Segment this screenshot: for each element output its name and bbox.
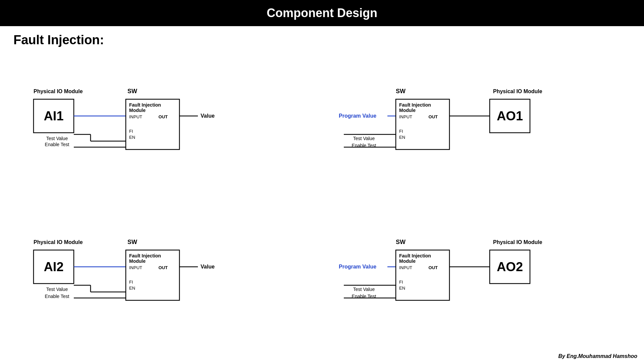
fi-title2-ao1: Module	[399, 108, 416, 113]
fi-title2-ai1: Module	[129, 108, 146, 113]
prog-value-label-ao2: Program Value	[339, 264, 376, 269]
fi-fi-ai2: FI	[129, 280, 133, 285]
fi-title1-ai2: Fault Injection	[129, 253, 161, 258]
fi-fi-ao1: FI	[399, 129, 403, 134]
diagram-ai1: Physical IO Module SW AI1 Fault Injectio…	[10, 51, 322, 201]
fi-input-ai2: INPUT	[129, 265, 142, 270]
prog-value-label-ao1: Program Value	[339, 113, 376, 119]
enable-test-label-ai1: Enable Test	[45, 142, 69, 147]
fi-fi-ai1: FI	[129, 129, 133, 134]
io-name-ao1: AO1	[497, 109, 523, 123]
sw-label-ao1: SW	[396, 88, 406, 95]
diagram-ai2: Physical IO Module SW AI2 Fault Injectio…	[10, 201, 322, 352]
phy-label-ai2: Physical IO Module	[34, 239, 83, 245]
value-label-ai2: Value	[201, 264, 215, 269]
header-title: Component Design	[267, 6, 377, 20]
io-name-ai1: AI1	[44, 109, 63, 123]
phy-label-ao2: Physical IO Module	[493, 239, 542, 245]
io-name-ai2: AI2	[44, 260, 63, 274]
fi-fi-ao2: FI	[399, 280, 403, 285]
io-name-ao2: AO2	[497, 260, 523, 274]
fi-out-ai1: OUT	[159, 114, 168, 119]
fi-title2-ai2: Module	[129, 258, 146, 264]
fi-out-ao2: OUT	[429, 265, 438, 270]
fi-out-ai2: OUT	[159, 265, 168, 270]
fi-title1-ai1: Fault Injection	[129, 102, 161, 108]
sw-label-ao2: SW	[396, 239, 406, 245]
page-header: Component Design	[0, 0, 644, 26]
sw-label-ai2: SW	[127, 239, 137, 245]
fi-en-ao1: EN	[399, 135, 405, 140]
value-label-ai1: Value	[201, 113, 215, 119]
fi-en-ai2: EN	[129, 286, 135, 291]
fi-out-ao1: OUT	[429, 114, 438, 119]
test-value-label-ao2: Test Value	[353, 287, 375, 292]
test-value-label-ai1: Test Value	[46, 136, 68, 141]
diagram-ao1: SW Physical IO Module Program Value Faul…	[322, 51, 634, 201]
fi-input-ai1: INPUT	[129, 114, 142, 119]
sw-label-ai1: SW	[127, 88, 137, 95]
test-value-label-ai2: Test Value	[46, 287, 68, 292]
fi-input-ao1: INPUT	[399, 114, 412, 119]
diagram-ao2: SW Physical IO Module Program Value Faul…	[322, 201, 634, 352]
fi-title1-ao2: Fault Injection	[399, 253, 431, 258]
diagrams-area: Physical IO Module SW AI1 Fault Injectio…	[0, 47, 644, 356]
fi-title1-ao1: Fault Injection	[399, 102, 431, 108]
footer-text: By Eng.Mouhammad Hamshoo	[558, 353, 637, 359]
section-title: Fault Injection:	[0, 26, 644, 47]
test-value-label-ao1: Test Value	[353, 136, 375, 141]
fi-input-ao2: INPUT	[399, 265, 412, 270]
fi-en-ai1: EN	[129, 135, 135, 140]
phy-label-ai1: Physical IO Module	[34, 88, 83, 94]
fi-en-ao2: EN	[399, 286, 405, 291]
phy-label-ao1: Physical IO Module	[493, 88, 542, 94]
fi-title2-ao2: Module	[399, 258, 416, 264]
enable-test-label-ai2: Enable Test	[45, 294, 69, 299]
